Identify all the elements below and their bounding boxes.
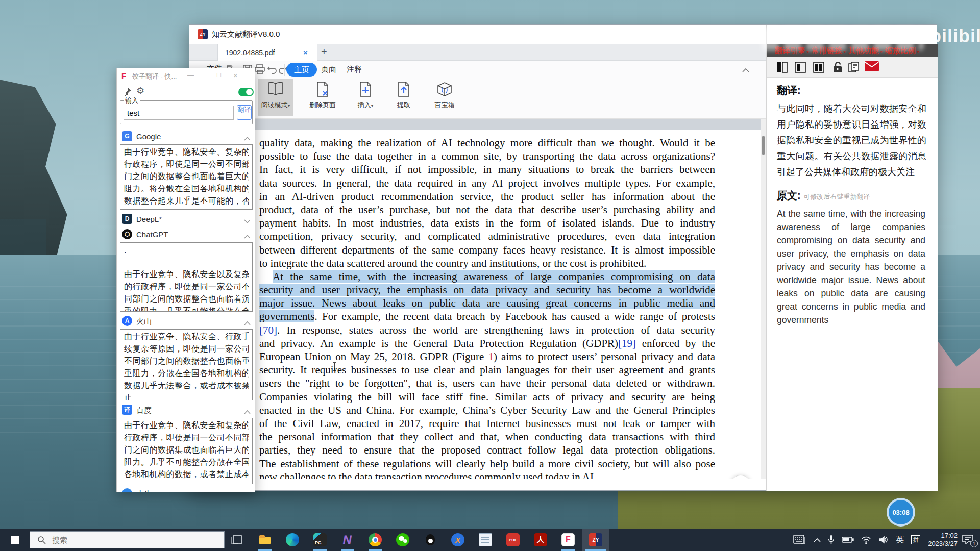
volume-icon[interactable] bbox=[878, 536, 889, 544]
taskbar-search[interactable] bbox=[30, 531, 225, 548]
ime-pinyin-indicator[interactable]: 拼 bbox=[911, 535, 920, 544]
microphone-icon[interactable] bbox=[828, 535, 835, 545]
pdf-text-line[interactable]: in an AI-driven product recommendation s… bbox=[259, 190, 715, 203]
mail-icon[interactable] bbox=[865, 61, 879, 73]
task-view-button[interactable] bbox=[231, 534, 244, 546]
taskbar-app-jiaozi[interactable]: F bbox=[554, 529, 582, 551]
layout-single-icon[interactable] bbox=[776, 61, 788, 76]
tab-home[interactable]: 主页 bbox=[286, 63, 317, 77]
player-time-bubble[interactable]: 03:08 bbox=[887, 498, 915, 527]
pdf-text-line[interactable]: governments. For example, the recent dat… bbox=[259, 310, 715, 323]
collapse-toolbar-icon[interactable] bbox=[742, 66, 750, 75]
pdf-text-line[interactable]: the personal information that they colle… bbox=[259, 430, 715, 443]
engine-header-百度[interactable]: 译百度 bbox=[120, 403, 253, 418]
taskbar-app-wechat[interactable] bbox=[389, 529, 416, 551]
widget-minimize-button[interactable]: — bbox=[187, 71, 194, 79]
action-center-button[interactable]: 1 bbox=[962, 534, 975, 545]
ime-english-indicator[interactable]: 英 bbox=[896, 535, 904, 545]
translation-text[interactable]: 与此同时，随着大公司对数据安全和用户隐私的妥协意识日益增强，对数据隐私和安全的重… bbox=[777, 101, 926, 180]
chevron-up-icon[interactable] bbox=[244, 232, 251, 241]
pdf-text-line[interactable]: quality data, making the realization of … bbox=[259, 136, 715, 149]
pdf-text-line[interactable]: to integrate the data scattered around t… bbox=[259, 257, 715, 270]
print-icon[interactable] bbox=[254, 63, 266, 76]
pdf-text-line[interactable]: parties, they need to ensure that the pr… bbox=[259, 443, 715, 457]
tool-read-mode[interactable]: 阅读模式▾ bbox=[258, 79, 293, 116]
translate-input[interactable] bbox=[124, 106, 234, 120]
pdf-text-line[interactable]: new challenges to the data transaction p… bbox=[259, 470, 715, 479]
enable-toggle[interactable] bbox=[238, 88, 254, 96]
translation-panel-toggle-button[interactable] bbox=[730, 475, 751, 479]
taskbar-app-zhiyun[interactable]: ZY bbox=[582, 529, 609, 551]
pdf-text-line[interactable]: security and user privacy, the emphasis … bbox=[259, 283, 715, 296]
tool-extract[interactable]: 提取 bbox=[386, 79, 421, 116]
search-input[interactable] bbox=[51, 535, 204, 545]
wifi-icon[interactable] bbox=[861, 536, 871, 544]
pdf-text-line[interactable]: possible to fuse the data together in a … bbox=[259, 149, 715, 163]
gear-icon[interactable]: ⚙ bbox=[136, 85, 144, 96]
pdf-text-line[interactable]: European Union on May 25, 2018. GDPR (Fi… bbox=[259, 350, 715, 363]
taskbar-app-pycharm[interactable]: PC bbox=[306, 529, 334, 551]
undo-icon[interactable] bbox=[266, 63, 278, 76]
engine-header-ChatGPT[interactable]: ⬡ChatGPT bbox=[120, 227, 253, 242]
widget-maximize-button[interactable]: □ bbox=[217, 71, 221, 79]
battery-icon[interactable] bbox=[842, 536, 854, 543]
pdf-text-line[interactable]: The establishment of these regulations w… bbox=[259, 457, 715, 470]
pdf-text-line[interactable]: between different departments of the sam… bbox=[259, 243, 715, 257]
pdf-viewer[interactable]: quality data, making the realization of … bbox=[189, 119, 766, 479]
pdf-text-line[interactable]: users the "right to be forgotten", that … bbox=[259, 377, 715, 390]
tab-page[interactable]: 页面 bbox=[321, 65, 336, 74]
taskbar-app-edge[interactable] bbox=[279, 529, 306, 551]
taskbar-app-notepad[interactable] bbox=[472, 529, 499, 551]
pdf-text-line[interactable]: [70]. In response, states across the wor… bbox=[259, 323, 715, 337]
tool-insert[interactable]: 插入▾ bbox=[347, 79, 384, 116]
hidden-icons-chevron[interactable] bbox=[814, 538, 821, 542]
pdf-text-line[interactable]: payment habits. In most industries, data… bbox=[259, 216, 715, 230]
chevron-down-icon[interactable] bbox=[244, 216, 251, 226]
tool-treasure-box[interactable]: 百宝箱 bbox=[423, 79, 466, 116]
pdf-text-line[interactable]: competition, privacy security, and compl… bbox=[259, 230, 715, 243]
pdf-text-line[interactable]: At the same time, with the increasing aw… bbox=[259, 270, 715, 283]
copy-page-icon[interactable] bbox=[847, 61, 861, 76]
pdf-text-line[interactable]: of the Civil Law, enacted in 2017, requi… bbox=[259, 417, 715, 430]
vertical-scrollbar-thumb[interactable] bbox=[762, 136, 765, 155]
pdf-text-line[interactable]: security. It requires businesses to use … bbox=[259, 363, 715, 377]
vertical-scrollbar[interactable] bbox=[761, 119, 766, 479]
pdf-text-line[interactable]: enacted in the US and China. For example… bbox=[259, 404, 715, 417]
taskbar-clock[interactable]: 17:02 2023/3/27 bbox=[928, 532, 958, 548]
taskbar-app-explorer[interactable] bbox=[251, 529, 279, 551]
touch-keyboard-icon[interactable] bbox=[793, 535, 806, 545]
layout-wide-icon[interactable] bbox=[813, 61, 825, 76]
document-tab[interactable]: 1902.04885.pdf × bbox=[217, 44, 317, 61]
engine-result-box[interactable]: . 由于行业竞争、隐私安全以及复杂的行政程序，即使是同一家公司不同部门之间的数据… bbox=[120, 242, 253, 312]
engine-header-Google[interactable]: GGoogle bbox=[120, 129, 253, 144]
start-button[interactable] bbox=[0, 529, 30, 551]
chevron-up-icon[interactable] bbox=[244, 134, 251, 143]
taskbar-app-vs[interactable]: N bbox=[334, 529, 361, 551]
taskbar-app-pdfedit[interactable]: PDF bbox=[499, 529, 527, 551]
translate-button[interactable]: 翻译 bbox=[237, 105, 252, 120]
layout-split-icon[interactable] bbox=[794, 61, 806, 76]
new-tab-button[interactable]: + bbox=[321, 46, 327, 58]
engine-result-box[interactable]: 由于行业竞争、隐私安全、行政手续复杂等原因，即使是同一家公司不同部门之间的数据整… bbox=[120, 329, 253, 400]
widget-close-button[interactable]: × bbox=[233, 71, 238, 80]
source-text[interactable]: At the same time, with the increasing aw… bbox=[777, 207, 925, 327]
unlock-icon[interactable] bbox=[832, 61, 843, 76]
tab-close-icon[interactable]: × bbox=[303, 48, 308, 57]
pdf-text-line[interactable]: data sources. In general, the data requi… bbox=[259, 177, 715, 190]
engine-header-小牛[interactable]: n小牛 bbox=[120, 486, 253, 492]
pdf-text-line[interactable]: product, data of the user’s purchase, bu… bbox=[259, 203, 715, 216]
chevron-up-icon[interactable] bbox=[244, 318, 251, 328]
chevron-down-icon[interactable] bbox=[244, 491, 251, 492]
taskbar-app-chrome[interactable] bbox=[361, 529, 389, 551]
pdf-text-line[interactable]: Companies violating the bill will face s… bbox=[259, 390, 715, 404]
engine-header-DeepL[interactable]: DDeepL* bbox=[120, 212, 253, 227]
tool-delete-page[interactable]: 删除页面 bbox=[301, 79, 345, 116]
tab-annotation[interactable]: 注释 bbox=[347, 65, 362, 74]
chevron-up-icon[interactable] bbox=[244, 407, 251, 416]
engine-result-box[interactable]: 由于行业竞争、隐私安全和复杂的行政程序，即使是同一公司不同部门之间的数据集成也面… bbox=[120, 418, 253, 484]
taskbar-app-acrobat[interactable]: 人 bbox=[527, 529, 554, 551]
engine-header-火山[interactable]: A火山 bbox=[120, 314, 253, 329]
engine-result-box[interactable]: 由于行业竞争、隐私安全、复杂的行政程序，即使是同一公司不同部门之间的数据整合也面… bbox=[120, 144, 253, 210]
pdf-text-line[interactable]: and privacy. An example is the General D… bbox=[259, 337, 715, 350]
pdf-text-line[interactable]: In fact, it is very difficult, if not im… bbox=[259, 163, 715, 176]
